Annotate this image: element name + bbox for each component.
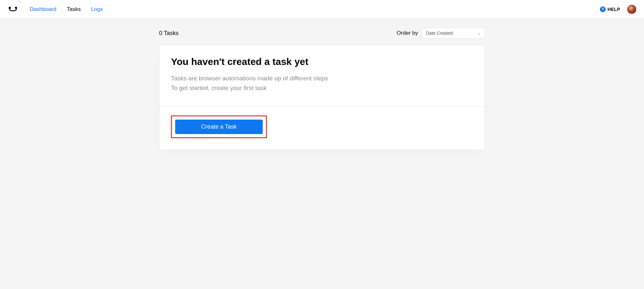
- order-by-control: Order by Date Created ⌄: [397, 28, 485, 39]
- app-logo[interactable]: [8, 4, 18, 14]
- order-by-value: Date Created: [426, 31, 478, 36]
- dog-nose-icon: [8, 6, 18, 13]
- app-header: Dashboard Tasks Logs ? HELP: [0, 0, 644, 19]
- card-footer: Create a Task: [159, 106, 485, 150]
- help-label: HELP: [608, 7, 620, 12]
- header-right: ? HELP: [600, 5, 636, 14]
- main-content: 0 Tasks Order by Date Created ⌄ You have…: [159, 19, 485, 159]
- tutorial-highlight: Create a Task: [171, 115, 267, 138]
- empty-state-card: You haven't created a task yet Tasks are…: [159, 45, 485, 150]
- task-count: 0 Tasks: [159, 30, 179, 37]
- help-icon: ?: [600, 6, 606, 12]
- user-avatar[interactable]: [627, 5, 636, 14]
- nav-dashboard[interactable]: Dashboard: [30, 6, 56, 13]
- main-nav: Dashboard Tasks Logs: [30, 6, 103, 13]
- desc-line-1: Tasks are browser automations made up of…: [171, 75, 328, 82]
- nav-logs[interactable]: Logs: [91, 6, 103, 13]
- create-task-button[interactable]: Create a Task: [175, 120, 263, 134]
- desc-line-2: To get started, create your first task: [171, 85, 267, 91]
- header-left: Dashboard Tasks Logs: [8, 4, 103, 14]
- chevron-down-icon: ⌄: [478, 31, 481, 35]
- card-body: You haven't created a task yet Tasks are…: [159, 45, 485, 106]
- order-by-select[interactable]: Date Created ⌄: [422, 28, 485, 39]
- tasks-toolbar: 0 Tasks Order by Date Created ⌄: [159, 28, 485, 39]
- order-by-label: Order by: [397, 30, 418, 36]
- empty-state-description: Tasks are browser automations made up of…: [171, 74, 473, 93]
- empty-state-title: You haven't created a task yet: [171, 56, 473, 67]
- help-button[interactable]: ? HELP: [600, 6, 620, 12]
- nav-tasks[interactable]: Tasks: [67, 6, 80, 13]
